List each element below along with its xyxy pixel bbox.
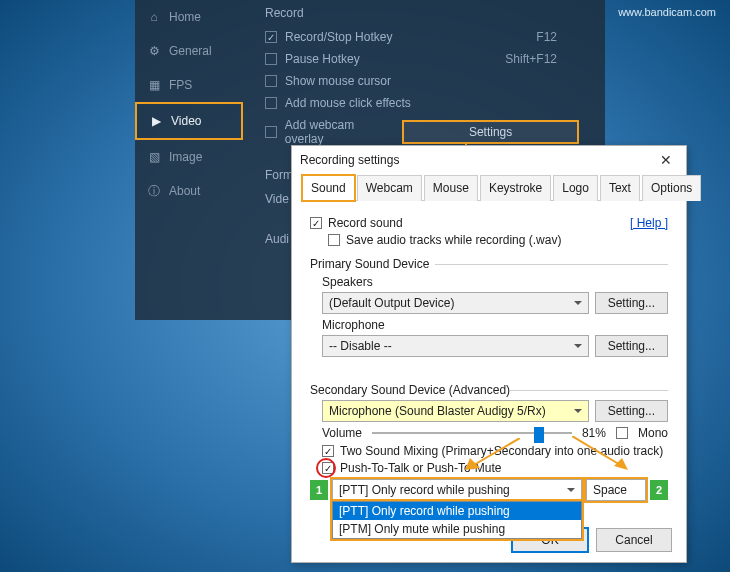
video-icon: ▶ bbox=[149, 114, 163, 128]
tab-mouse[interactable]: Mouse bbox=[424, 175, 478, 201]
badge-2: 2 bbox=[650, 480, 668, 500]
cancel-button[interactable]: Cancel bbox=[596, 528, 672, 552]
checkbox[interactable] bbox=[265, 75, 277, 87]
ptt-label: Push-To-Talk or Push-To-Mute bbox=[340, 461, 501, 475]
recording-settings-dialog: Recording settings ✕ Sound Webcam Mouse … bbox=[291, 145, 687, 563]
checkbox[interactable] bbox=[265, 53, 277, 65]
dialog-title-text: Recording settings bbox=[300, 153, 399, 167]
settings-button[interactable]: Settings bbox=[402, 120, 579, 144]
annotation-circle bbox=[316, 458, 336, 478]
sidebar-item-label: Home bbox=[169, 10, 201, 24]
tab-keystroke[interactable]: Keystroke bbox=[480, 175, 551, 201]
image-icon: ▧ bbox=[147, 150, 161, 164]
microphone-label: Microphone bbox=[322, 318, 680, 332]
secondary-device-group: Secondary Sound Device (Advanced) bbox=[310, 383, 668, 397]
speakers-select[interactable]: (Default Output Device) bbox=[322, 292, 589, 314]
mono-label: Mono bbox=[638, 426, 668, 440]
speakers-label: Speakers bbox=[322, 275, 680, 289]
record-hotkey-row: ✓Record/Stop HotkeyF12 bbox=[255, 26, 597, 48]
click-effects-row: Add mouse click effects bbox=[255, 92, 597, 114]
gear-icon: ⚙ bbox=[147, 44, 161, 58]
checkbox[interactable]: ✓ bbox=[265, 31, 277, 43]
show-cursor-row: Show mouse cursor bbox=[255, 70, 597, 92]
sidebar-item-home[interactable]: ⌂Home bbox=[135, 0, 243, 34]
ptm-option[interactable]: [PTM] Only mute while pushing bbox=[333, 520, 581, 538]
home-icon: ⌂ bbox=[147, 10, 161, 24]
checkbox[interactable] bbox=[265, 97, 277, 109]
save-tracks-checkbox[interactable] bbox=[328, 234, 340, 246]
close-button[interactable]: ✕ bbox=[654, 152, 678, 168]
microphone-setting-button[interactable]: Setting... bbox=[595, 335, 668, 357]
record-sound-label: Record sound bbox=[328, 216, 403, 230]
microphone-select[interactable]: -- Disable -- bbox=[322, 335, 589, 357]
tab-sound[interactable]: Sound bbox=[302, 175, 355, 201]
fps-icon: ▦ bbox=[147, 78, 161, 92]
help-link[interactable]: [ Help ] bbox=[630, 216, 668, 230]
secondary-setting-button[interactable]: Setting... bbox=[595, 400, 668, 422]
volume-label: Volume bbox=[322, 426, 362, 440]
tab-text[interactable]: Text bbox=[600, 175, 640, 201]
secondary-device-select[interactable]: Microphone (Sound Blaster Audigy 5/Rx) bbox=[322, 400, 589, 422]
sidebar-item-image[interactable]: ▧Image bbox=[135, 140, 243, 174]
pause-hotkey-row: Pause HotkeyShift+F12 bbox=[255, 48, 597, 70]
info-icon: ⓘ bbox=[147, 184, 161, 198]
speakers-setting-button[interactable]: Setting... bbox=[595, 292, 668, 314]
sidebar-item-label: General bbox=[169, 44, 212, 58]
sidebar-item-video[interactable]: ▶Video bbox=[135, 102, 243, 140]
record-section-title: Record bbox=[265, 6, 597, 20]
ptt-dropdown-list: [PTT] Only record while pushing [PTM] On… bbox=[332, 501, 582, 539]
record-sound-checkbox[interactable] bbox=[310, 217, 322, 229]
tab-options[interactable]: Options bbox=[642, 175, 701, 201]
mono-checkbox[interactable] bbox=[616, 427, 628, 439]
watermark: www.bandicam.com bbox=[618, 6, 716, 18]
sidebar-item-about[interactable]: ⓘAbout bbox=[135, 174, 243, 208]
sidebar-item-label: FPS bbox=[169, 78, 192, 92]
ptt-option[interactable]: [PTT] Only record while pushing bbox=[333, 502, 581, 520]
sidebar-item-general[interactable]: ⚙General bbox=[135, 34, 243, 68]
primary-device-group: Primary Sound Device bbox=[310, 257, 668, 271]
sidebar-item-label: Video bbox=[171, 114, 201, 128]
tab-logo[interactable]: Logo bbox=[553, 175, 598, 201]
two-mixing-label: Two Sound Mixing (Primary+Secondary into… bbox=[340, 444, 663, 458]
volume-slider[interactable] bbox=[372, 426, 572, 440]
sidebar: ⌂Home ⚙General ▦FPS ▶Video ▧Image ⓘAbout bbox=[135, 0, 243, 320]
tab-strip: Sound Webcam Mouse Keystroke Logo Text O… bbox=[302, 174, 676, 201]
ptt-mode-select[interactable]: [PTT] Only record while pushing bbox=[332, 479, 582, 501]
checkbox[interactable] bbox=[265, 126, 277, 138]
sidebar-item-label: About bbox=[169, 184, 200, 198]
ptt-hotkey-field[interactable]: Space bbox=[586, 479, 646, 501]
badge-1: 1 bbox=[310, 480, 328, 500]
tab-webcam[interactable]: Webcam bbox=[357, 175, 422, 201]
save-tracks-label: Save audio tracks while recording (.wav) bbox=[346, 233, 561, 247]
volume-value: 81% bbox=[582, 426, 606, 440]
dialog-titlebar: Recording settings ✕ bbox=[292, 146, 686, 174]
sidebar-item-label: Image bbox=[169, 150, 202, 164]
two-mixing-checkbox[interactable] bbox=[322, 445, 334, 457]
sidebar-item-fps[interactable]: ▦FPS bbox=[135, 68, 243, 102]
